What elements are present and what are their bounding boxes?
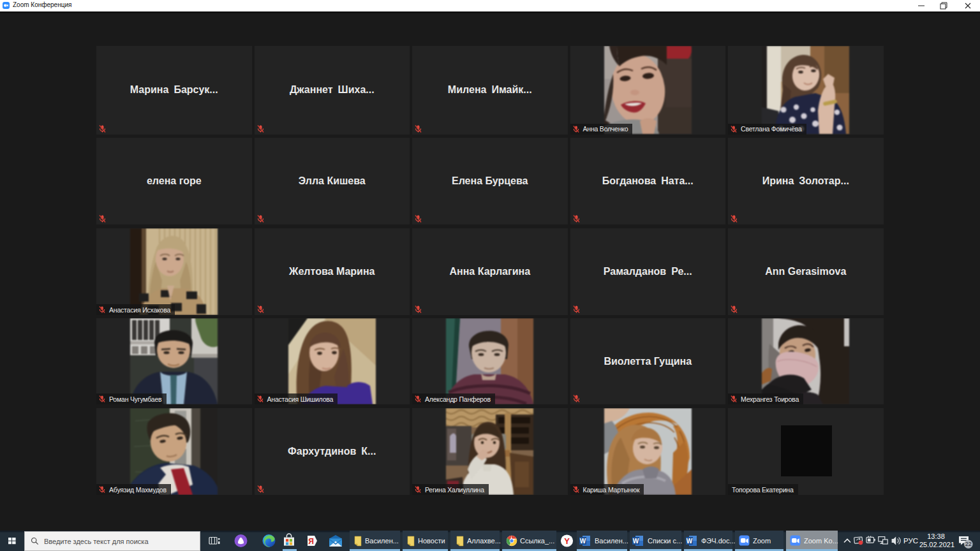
svg-text:W: W (580, 538, 586, 545)
svg-text:Y: Y (564, 536, 570, 546)
svg-text:W: W (633, 538, 639, 545)
svg-text:Я: Я (308, 537, 314, 546)
svg-text:22: 22 (965, 541, 972, 547)
svg-text:W: W (687, 538, 693, 545)
